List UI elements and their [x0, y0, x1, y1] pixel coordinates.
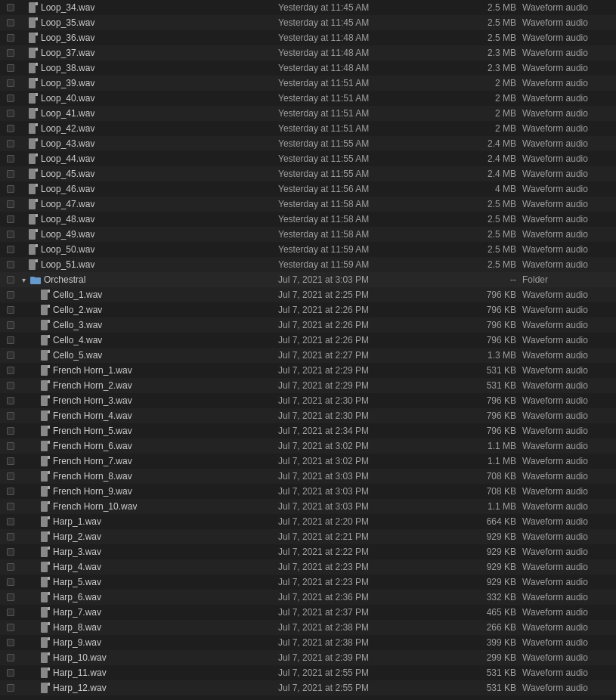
row-checkbox[interactable] — [3, 185, 18, 193]
row-checkbox[interactable] — [3, 457, 18, 465]
list-item[interactable]: Loop_40.wavYesterday at 11:51 AM2 MBWave… — [0, 91, 616, 106]
row-checkbox[interactable] — [3, 472, 18, 480]
list-item[interactable]: Loop_42.wavYesterday at 11:51 AM2 MBWave… — [0, 121, 616, 136]
file-kind: Waveform audio — [522, 214, 613, 225]
row-checkbox[interactable] — [3, 593, 18, 601]
list-item[interactable]: Harp_9.wavJul 7, 2021 at 2:38 PM399 KBWa… — [0, 635, 616, 650]
row-checkbox[interactable] — [3, 246, 18, 253]
list-item[interactable]: Loop_46.wavYesterday at 11:56 AM4 MBWave… — [0, 181, 616, 197]
list-item[interactable]: Harp_11.wavJul 7, 2021 at 2:55 PM531 KBW… — [0, 665, 616, 680]
list-item[interactable]: Loop_50.wavYesterday at 11:59 AM2.5 MBWa… — [0, 242, 616, 257]
list-item[interactable]: Loop_48.wavYesterday at 11:58 AM2.5 MBWa… — [0, 212, 616, 227]
row-checkbox[interactable] — [3, 548, 18, 556]
list-item[interactable]: Loop_39.wavYesterday at 11:51 AM2 MBWave… — [0, 76, 616, 91]
file-size: 2 MB — [469, 108, 522, 119]
row-checkbox[interactable] — [3, 518, 18, 525]
svg-rect-157 — [48, 592, 50, 595]
row-checkbox[interactable] — [3, 563, 18, 571]
row-checkbox[interactable] — [3, 306, 18, 314]
folder-expand-icon[interactable]: ▾ — [18, 276, 29, 284]
list-item[interactable]: Loop_47.wavYesterday at 11:58 AM2.5 MBWa… — [0, 197, 616, 212]
list-item[interactable]: Loop_45.wavYesterday at 11:55 AM2.4 MBWa… — [0, 166, 616, 181]
list-item[interactable]: Cello_1.wavJul 7, 2021 at 2:25 PM796 KBW… — [0, 287, 616, 302]
list-item[interactable]: Loop_41.wavYesterday at 11:51 AM2 MBWave… — [0, 106, 616, 121]
row-checkbox[interactable] — [3, 4, 18, 11]
row-checkbox[interactable] — [3, 64, 18, 72]
list-item[interactable]: Loop_34.wavYesterday at 11:45 AM2.5 MBWa… — [0, 0, 616, 15]
list-item[interactable]: Harp_2.wavJul 7, 2021 at 2:21 PM929 KBWa… — [0, 529, 616, 544]
list-item[interactable]: Harp_1.wavJul 7, 2021 at 2:20 PM664 KBWa… — [0, 514, 616, 529]
row-checkbox[interactable] — [3, 427, 18, 435]
svg-rect-40 — [29, 153, 36, 164]
list-item[interactable]: French Horn_10.wavJul 7, 2021 at 3:03 PM… — [0, 499, 616, 514]
row-checkbox[interactable] — [3, 200, 18, 208]
row-checkbox[interactable] — [3, 261, 18, 268]
row-checkbox[interactable] — [3, 669, 18, 677]
list-item[interactable]: Harp_4.wavJul 7, 2021 at 2:23 PM929 KBWa… — [0, 559, 616, 575]
list-item[interactable]: Loop_43.wavYesterday at 11:55 AM2.4 MBWa… — [0, 136, 616, 151]
list-item[interactable]: French Horn_5.wavJul 7, 2021 at 2:34 PM7… — [0, 423, 616, 438]
row-checkbox[interactable] — [3, 442, 18, 450]
row-checkbox[interactable] — [3, 639, 18, 646]
row-checkbox[interactable] — [3, 533, 18, 540]
row-checkbox[interactable] — [3, 34, 18, 42]
row-checkbox[interactable] — [3, 336, 18, 344]
row-checkbox[interactable] — [3, 291, 18, 299]
list-item[interactable]: Harp_6.wavJul 7, 2021 at 2:36 PM332 KBWa… — [0, 590, 616, 605]
row-checkbox[interactable] — [3, 684, 18, 692]
list-item[interactable]: French Horn_2.wavJul 7, 2021 at 2:29 PM5… — [0, 378, 616, 393]
list-item[interactable]: Harp_12.wavJul 7, 2021 at 2:55 PM531 KBW… — [0, 680, 616, 695]
row-checkbox[interactable] — [3, 609, 18, 616]
list-item[interactable]: Loop_36.wavYesterday at 11:48 AM2.5 MBWa… — [0, 30, 616, 45]
row-checkbox[interactable] — [3, 397, 18, 404]
row-checkbox[interactable] — [3, 321, 18, 329]
row-checkbox[interactable] — [3, 367, 18, 374]
svg-rect-161 — [48, 607, 50, 610]
list-item[interactable]: Harp_7.wavJul 7, 2021 at 2:37 PM465 KBWa… — [0, 605, 616, 620]
list-item[interactable]: French Horn_1.wavJul 7, 2021 at 2:29 PM5… — [0, 363, 616, 378]
row-checkbox[interactable] — [3, 125, 18, 132]
row-checkbox[interactable] — [3, 276, 18, 283]
list-item[interactable]: French Horn_6.wavJul 7, 2021 at 3:02 PM1… — [0, 438, 616, 454]
list-item[interactable]: Loop_37.wavYesterday at 11:48 AM2.3 MBWa… — [0, 45, 616, 60]
row-checkbox[interactable] — [3, 155, 18, 163]
row-checkbox[interactable] — [3, 578, 18, 586]
row-checkbox[interactable] — [3, 654, 18, 661]
list-item[interactable]: Harp_3.wavJul 7, 2021 at 2:22 PM929 KBWa… — [0, 544, 616, 559]
list-item[interactable]: Loop_49.wavYesterday at 11:58 AM2.5 MBWa… — [0, 227, 616, 242]
list-item[interactable]: Cello_4.wavJul 7, 2021 at 2:26 PM796 KBW… — [0, 333, 616, 348]
row-checkbox[interactable] — [3, 215, 18, 223]
list-item[interactable]: Cello_2.wavJul 7, 2021 at 2:26 PM796 KBW… — [0, 302, 616, 317]
list-item[interactable]: French Horn_9.wavJul 7, 2021 at 3:03 PM7… — [0, 484, 616, 499]
list-item[interactable]: Loop_51.wavYesterday at 11:59 AM2.5 MBWa… — [0, 257, 616, 272]
list-item[interactable]: ▾ OrchestralJul 7, 2021 at 3:03 PM--Fold… — [0, 272, 616, 287]
list-item[interactable]: Harp_10.wavJul 7, 2021 at 2:39 PM299 KBW… — [0, 650, 616, 665]
list-item[interactable]: French Horn_8.wavJul 7, 2021 at 3:03 PM7… — [0, 469, 616, 484]
list-item[interactable]: Harp_8.wavJul 7, 2021 at 2:38 PM266 KBWa… — [0, 620, 616, 635]
row-checkbox[interactable] — [3, 94, 18, 102]
row-checkbox[interactable] — [3, 412, 18, 420]
row-checkbox[interactable] — [3, 110, 18, 117]
row-checkbox[interactable] — [3, 382, 18, 389]
list-item[interactable]: Loop_44.wavYesterday at 11:55 AM2.4 MBWa… — [0, 151, 616, 166]
row-checkbox[interactable] — [3, 170, 18, 178]
list-item[interactable]: French Horn_3.wavJul 7, 2021 at 2:30 PM7… — [0, 393, 616, 408]
row-checkbox[interactable] — [3, 503, 18, 510]
name-container: French Horn_8.wav — [18, 471, 275, 482]
list-item[interactable]: Loop_35.wavYesterday at 11:45 AM2.5 MBWa… — [0, 15, 616, 30]
row-checkbox[interactable] — [3, 488, 18, 495]
list-item[interactable]: French Horn_7.wavJul 7, 2021 at 3:02 PM1… — [0, 454, 616, 469]
list-item[interactable]: French Horn_4.wavJul 7, 2021 at 2:30 PM7… — [0, 408, 616, 423]
row-checkbox[interactable] — [3, 624, 18, 631]
row-checkbox[interactable] — [3, 231, 18, 238]
row-checkbox[interactable] — [3, 140, 18, 147]
row-checkbox[interactable] — [3, 49, 18, 57]
row-checkbox[interactable] — [3, 352, 18, 359]
row-checkbox[interactable] — [3, 79, 18, 87]
row-checkbox[interactable] — [3, 19, 18, 26]
list-item[interactable]: Loop_38.wavYesterday at 11:48 AM2.3 MBWa… — [0, 60, 616, 76]
list-item[interactable]: Harp_5.wavJul 7, 2021 at 2:23 PM929 KBWa… — [0, 575, 616, 590]
file-size: 2.5 MB — [469, 2, 522, 13]
list-item[interactable]: Cello_5.wavJul 7, 2021 at 2:27 PM1.3 MBW… — [0, 348, 616, 363]
list-item[interactable]: Cello_3.wavJul 7, 2021 at 2:26 PM796 KBW… — [0, 317, 616, 333]
